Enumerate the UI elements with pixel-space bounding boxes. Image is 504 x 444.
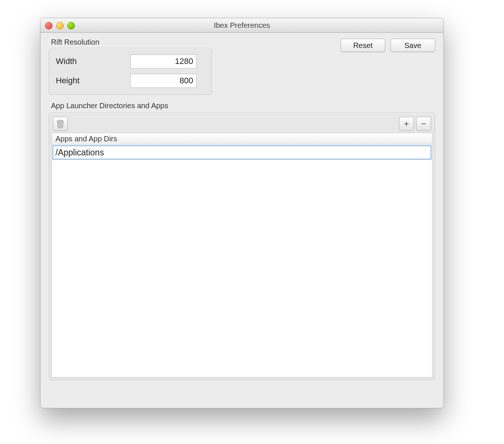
traffic-lights [45,22,75,29]
add-button[interactable]: + [399,117,414,131]
width-row: Width [56,54,205,68]
width-label: Width [56,57,130,66]
height-row: Height [56,74,205,88]
app-launcher-panel: + − Apps and App Dirs /Applications [49,112,435,380]
svg-point-0 [57,120,64,122]
height-input[interactable] [130,74,197,88]
trash-button[interactable] [53,117,68,131]
list-item[interactable]: /Applications [52,145,431,160]
save-button[interactable]: Save [390,39,435,52]
rift-resolution-section: Rift Resolution Width Height [49,38,212,95]
top-row: Rift Resolution Width Height Reset Save [49,38,435,95]
remove-button[interactable]: − [416,117,431,131]
reset-button[interactable]: Reset [341,39,385,52]
plus-icon: + [404,119,409,128]
trash-icon [56,119,64,128]
apps-column-header[interactable]: Apps and App Dirs [52,133,432,145]
preferences-window: Ibex Preferences Rift Resolution Width H… [40,18,444,408]
zoom-window-button[interactable] [67,22,75,29]
close-window-button[interactable] [45,22,52,29]
apps-list-body: /Applications [52,145,432,160]
list-toolbar: + − [51,115,433,133]
minimize-window-button[interactable] [56,22,64,29]
rift-resolution-group: Width Height [49,48,212,95]
height-label: Height [56,76,130,86]
window-title: Ibex Preferences [214,21,270,30]
action-buttons: Reset Save [341,39,435,52]
minus-icon: − [421,119,426,128]
width-input[interactable] [130,54,197,68]
apps-listbox[interactable]: Apps and App Dirs /Applications [51,133,433,377]
app-launcher-label: App Launcher Directories and Apps [51,102,435,110]
rift-resolution-label: Rift Resolution [51,38,212,46]
list-item-text: /Applications [55,148,104,157]
window-content: Rift Resolution Width Height Reset Save [41,33,443,388]
window-titlebar: Ibex Preferences [41,18,443,33]
